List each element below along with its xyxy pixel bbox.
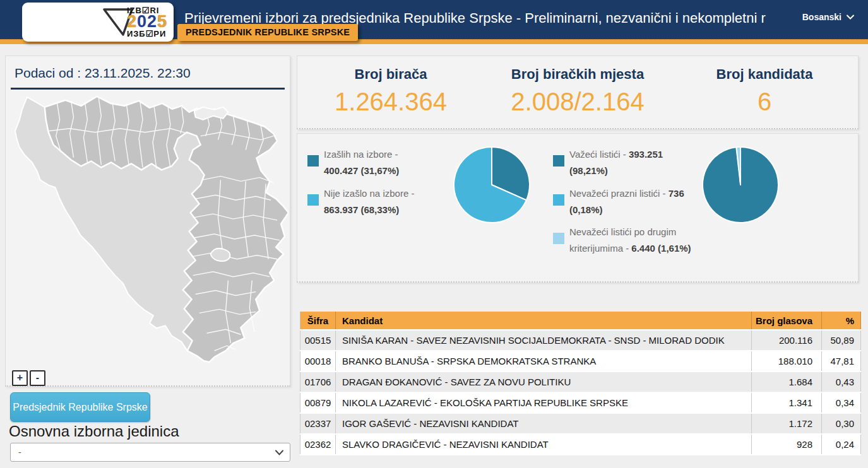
race-button[interactable]: Predsjednik Republike Srpske	[10, 392, 150, 422]
cell-name: SLAVKO DRAGIČEVIĆ - NEZAVISNI KANDIDAT	[335, 434, 751, 455]
cell-code: 02362	[300, 434, 336, 455]
table-row: 02337 IGOR GAŠEVIĆ - NEZAVISNI KANDIDAT …	[300, 413, 861, 434]
col-header-kandidat: Kandidat	[335, 312, 751, 330]
page: Prijevremeni izbori za predsjednika Repu…	[0, 0, 868, 468]
table-row: 00879 NIKOLA LAZAREVIĆ - EKOLOŠKA PARTIJ…	[300, 392, 861, 413]
tab-predsjednik-republike-srpske[interactable]: PREDSJEDNIK REPUBLIKE SRPSKE	[177, 24, 358, 41]
logo-bottom-text: ИЗБ☑РИ	[127, 30, 167, 38]
logo-year: 2025	[127, 13, 167, 30]
cell-code: 02337	[300, 413, 336, 434]
summary-stats-panel: Broj birača 1.264.364 Broj biračkih mjes…	[297, 56, 859, 129]
legend-swatch	[553, 155, 564, 167]
zoom-out-button[interactable]: -	[30, 370, 45, 386]
legend-swatch	[553, 194, 564, 206]
cell-name: IGOR GAŠEVIĆ - NEZAVISNI KANDIDAT	[335, 413, 751, 434]
col-header-pct: %	[822, 312, 861, 330]
legend-item: Nevažeći listići po drugim kriterijumima…	[553, 224, 692, 257]
table-row: 02362 SLAVKO DRAGIČEVIĆ - NEZAVISNI KAND…	[300, 434, 861, 455]
stat-value: 2.008/2.164	[484, 88, 671, 116]
zoom-in-button[interactable]: +	[12, 370, 28, 386]
charts-panel: Izašlih na izbore - 400.427 (31,67%) Nij…	[297, 133, 859, 283]
cell-votes: 200.116	[752, 330, 822, 351]
turnout-legend: Izašlih na izbore - 400.427 (31,67%) Nij…	[307, 146, 434, 224]
cell-pct: 0,34	[822, 392, 861, 413]
legend-item: Izašlih na izbore - 400.427 (31,67%)	[307, 146, 434, 180]
stat-polling-stations: Broj biračkih mjesta 2.008/2.164	[484, 56, 671, 128]
results-table: Šifra Kandidat Broj glasova % 00515 SINI…	[300, 312, 861, 455]
table-row: 00018 BRANKO BLANUŠA - SRPSKA DEMOKRATSK…	[300, 351, 861, 371]
pie-chart-turnout	[451, 144, 533, 226]
cell-votes: 928	[752, 434, 822, 455]
cell-name: BRANKO BLANUŠA - SRPSKA DEMOKRATSKA STRA…	[335, 351, 751, 371]
cell-votes: 1.341	[752, 392, 822, 413]
language-selector[interactable]: Bosanski	[802, 12, 854, 22]
legend-swatch	[307, 194, 319, 206]
chevron-down-icon	[275, 450, 283, 455]
legend-swatch	[307, 155, 319, 167]
cell-code: 01706	[300, 371, 336, 392]
col-header-sifra: Šifra	[300, 312, 336, 330]
cell-name: SINIŠA KARAN - SAVEZ NEZAVISNIH SOCIJALD…	[335, 330, 751, 351]
cell-code: 00018	[300, 351, 336, 371]
cell-pct: 47,81	[822, 351, 861, 371]
stat-label: Broj kandidata	[671, 66, 858, 83]
legend-item: Nije izašlo na izbore - 863.937 (68,33%)	[307, 185, 434, 219]
stat-value: 1.264.364	[297, 88, 484, 116]
col-header-broj-glasova: Broj glasova	[752, 312, 822, 330]
legend-item: Nevažeći prazni listići - 736 (0,18%)	[553, 185, 692, 219]
cell-pct: 50,89	[822, 330, 861, 351]
stat-label: Broj biračkih mjesta	[484, 66, 671, 83]
chevron-down-icon	[847, 15, 854, 20]
table-row: 00515 SINIŠA KARAN - SAVEZ NEZAVISNIH SO…	[300, 330, 861, 351]
language-label: Bosanski	[802, 12, 841, 22]
stat-candidates: Broj kandidata 6	[671, 56, 858, 128]
unit-label: Osnovna izborna jedinica	[9, 423, 179, 440]
unit-select-value: -	[18, 447, 21, 457]
divider	[11, 88, 285, 90]
pie-chart-ballots	[699, 144, 782, 226]
cell-pct: 0,24	[822, 434, 861, 455]
bosnia-map[interactable]	[7, 91, 288, 369]
elections-2025-logo[interactable]: IZB☑RI 2025 ИЗБ☑РИ	[22, 3, 174, 42]
stat-voters: Broj birača 1.264.364	[297, 56, 484, 128]
table-row: 01706 DRAGAN ĐOKANOVIĆ - SAVEZ ZA NOVU P…	[300, 371, 861, 392]
cell-pct: 0,43	[822, 371, 861, 392]
cell-votes: 1.684	[752, 371, 822, 392]
data-timestamp: Podaci od : 23.11.2025. 22:30	[6, 56, 290, 81]
cell-code: 00879	[300, 392, 336, 413]
ballots-legend: Važeći listići - 393.251 (98,21%) Nevaže…	[553, 146, 692, 263]
stat-label: Broj birača	[297, 66, 484, 83]
cell-votes: 188.010	[752, 351, 822, 371]
legend-item: Važeći listići - 393.251 (98,21%)	[553, 146, 692, 180]
cell-votes: 1.172	[752, 413, 822, 434]
cell-name: NIKOLA LAZAREVIĆ - EKOLOŠKA PARTIJA REPU…	[335, 392, 751, 413]
stat-value: 6	[671, 88, 858, 116]
map-gorazde-region	[211, 249, 230, 261]
table-header-row: Šifra Kandidat Broj glasova %	[300, 312, 861, 330]
legend-swatch	[553, 233, 564, 244]
cell-code: 00515	[300, 330, 336, 351]
map-panel: Podaci od : 23.11.2025. 22:30	[5, 56, 290, 387]
cell-name: DRAGAN ĐOKANOVIĆ - SAVEZ ZA NOVU POLITIK…	[335, 371, 751, 392]
cell-pct: 0,30	[822, 413, 861, 434]
unit-select[interactable]: -	[10, 443, 290, 462]
